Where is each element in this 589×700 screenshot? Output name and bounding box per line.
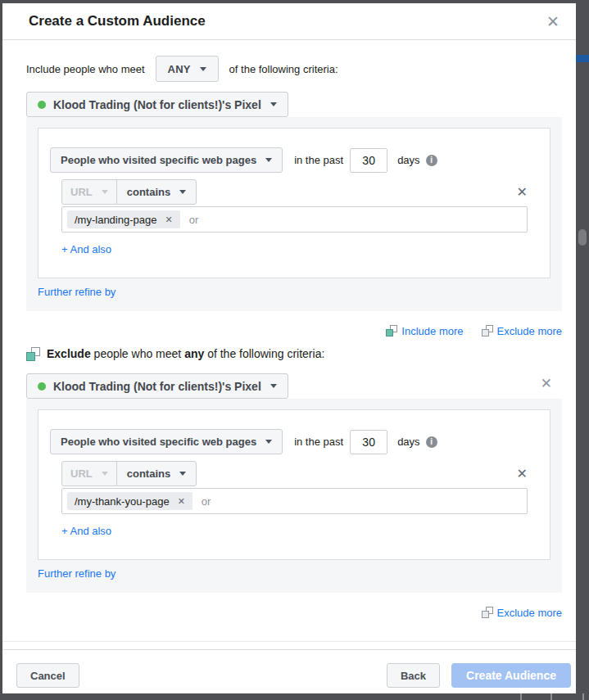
chevron-down-icon [270, 384, 277, 388]
any-word: any [184, 347, 204, 360]
exclude-more-link-2[interactable]: Exclude more [482, 607, 562, 619]
footer-gap [2, 642, 576, 649]
page-overlay-left [0, 0, 2, 700]
page-overlay-right [576, 0, 589, 700]
exclude-section-icon [26, 347, 40, 361]
page-overlay-bottom [0, 693, 589, 700]
pixel-name: Klood Trading (Not for clients!)'s Pixel [53, 380, 261, 393]
pixel-source-dropdown[interactable]: Klood Trading (Not for clients!)'s Pixel [26, 92, 288, 117]
remove-rule-icon[interactable]: ✕ [517, 186, 528, 199]
page-behind-gridline [520, 693, 522, 700]
create-audience-button[interactable]: Create Audience [451, 663, 571, 688]
chevron-down-icon [200, 67, 206, 71]
more-links-row: Include more Exclude more [26, 323, 562, 339]
modal-title: Create a Custom Audience [29, 13, 206, 29]
exclude-suffix: of the following criteria: [207, 347, 324, 360]
in-the-past-label: in the past [294, 436, 343, 448]
url-field-dropdown[interactable]: URL [61, 179, 117, 205]
days-label: days [397, 436, 419, 448]
url-tag: /my-thank-you-page ✕ [67, 492, 193, 510]
chevron-down-icon [265, 158, 272, 162]
url-tag: /my-landing-page ✕ [67, 210, 180, 228]
back-button[interactable]: Back [387, 663, 440, 688]
further-refine-link[interactable]: Further refine by [38, 567, 116, 580]
chevron-down-icon [265, 440, 272, 444]
pixel-status-dot-icon [38, 101, 46, 109]
chevron-down-icon [179, 190, 186, 194]
include-more-link[interactable]: Include more [386, 325, 463, 337]
remove-rule-icon[interactable]: ✕ [517, 467, 528, 481]
modal-close-icon[interactable]: ✕ [541, 12, 564, 31]
exclude-rule-panel: People who visited specific web pages in… [38, 409, 550, 560]
rule-type-value: People who visited specific web pages [61, 436, 256, 448]
pixel-status-dot-icon [38, 382, 46, 391]
page-overlay-top [0, 0, 589, 3]
days-input[interactable] [350, 148, 387, 173]
exclude-section: People who visited specific web pages in… [26, 399, 562, 593]
match-type-dropdown[interactable]: ANY [156, 56, 219, 82]
rule-type-row: People who visited specific web pages in… [50, 147, 528, 173]
page-behind-gridline [582, 693, 584, 700]
chevron-down-icon [270, 102, 277, 106]
url-tag-input[interactable]: /my-landing-page ✕ or [61, 206, 528, 233]
include-criteria-row: Include people who meet ANY of the follo… [26, 56, 562, 82]
rule-type-row: People who visited specific web pages in… [50, 429, 528, 454]
operator-value: contains [127, 467, 170, 480]
url-tag-input[interactable]: /my-thank-you-page ✕ or [61, 488, 528, 514]
rule-type-dropdown[interactable]: People who visited specific web pages [50, 429, 283, 454]
exclude-more-icon [482, 325, 493, 336]
remove-tag-icon[interactable]: ✕ [165, 215, 172, 225]
create-custom-audience-modal: Create a Custom Audience ✕ Include peopl… [2, 3, 576, 693]
exclude-more-label: Exclude more [497, 607, 562, 619]
operator-value: contains [127, 186, 170, 198]
modal-content: Include people who meet ANY of the follo… [2, 40, 576, 642]
remove-exclude-section-icon[interactable]: ✕ [541, 377, 552, 391]
and-also-link[interactable]: + And also [61, 243, 111, 255]
chevron-down-icon [179, 472, 186, 476]
include-rule-panel: People who visited specific web pages in… [38, 128, 550, 278]
include-criteria-prefix: Include people who meet [26, 63, 145, 75]
scrollbar-thumb[interactable] [578, 229, 587, 246]
exclude-word: Exclude [47, 347, 91, 360]
include-section: People who visited specific web pages in… [26, 117, 562, 311]
or-placeholder: or [189, 214, 199, 226]
url-field-value: URL [70, 467, 93, 480]
remove-tag-icon[interactable]: ✕ [178, 496, 185, 507]
page-background: Create a Custom Audience ✕ Include peopl… [0, 0, 589, 700]
or-placeholder: or [202, 495, 211, 508]
chevron-down-icon [102, 190, 108, 194]
page-behind-blue-fragment [576, 55, 589, 62]
more-links-row-2: Exclude more [26, 604, 562, 621]
include-more-icon [386, 325, 397, 336]
exclude-criteria-text: Exclude people who meet any of the follo… [47, 347, 324, 360]
info-icon[interactable]: i [426, 155, 437, 166]
include-criteria-suffix: of the following criteria: [229, 63, 338, 75]
rule-type-dropdown[interactable]: People who visited specific web pages [50, 147, 283, 173]
days-label: days [397, 154, 419, 166]
page-behind-gridline [550, 693, 552, 700]
further-refine-link[interactable]: Further refine by [38, 286, 116, 298]
info-icon[interactable]: i [426, 436, 437, 448]
pixel-source-dropdown[interactable]: Klood Trading (Not for clients!)'s Pixel [26, 373, 288, 399]
url-field-value: URL [70, 186, 93, 198]
exclude-more-icon [482, 607, 493, 618]
cancel-button[interactable]: Cancel [16, 663, 79, 688]
operator-dropdown[interactable]: contains [116, 461, 197, 486]
exclude-pixel-row: Klood Trading (Not for clients!)'s Pixel… [26, 373, 562, 399]
pixel-name: Klood Trading (Not for clients!)'s Pixel [53, 98, 261, 111]
url-condition-row: URL contains ✕ [61, 461, 528, 486]
url-condition-row: URL contains ✕ [61, 179, 528, 205]
url-tag-text: /my-thank-you-page [75, 495, 170, 508]
url-tag-text: /my-landing-page [75, 214, 156, 226]
exclude-more-link[interactable]: Exclude more [482, 325, 562, 337]
and-also-link[interactable]: + And also [61, 525, 111, 537]
chevron-down-icon [102, 472, 108, 476]
rule-type-value: People who visited specific web pages [61, 154, 256, 166]
include-pixel-row: Klood Trading (Not for clients!)'s Pixel [26, 92, 562, 117]
match-type-value: ANY [168, 63, 191, 75]
operator-dropdown[interactable]: contains [116, 179, 197, 205]
modal-header: Create a Custom Audience ✕ [2, 3, 576, 40]
days-input[interactable] [350, 430, 387, 454]
include-more-label: Include more [401, 325, 463, 337]
url-field-dropdown[interactable]: URL [61, 461, 117, 486]
